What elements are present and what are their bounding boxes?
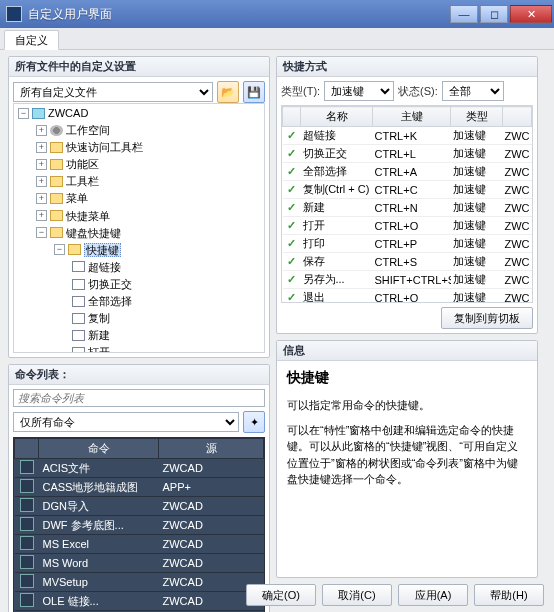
- check-icon: ✓: [287, 219, 296, 231]
- tree-toggle[interactable]: −: [36, 227, 47, 238]
- tree-item[interactable]: 复制: [88, 312, 110, 324]
- table-row[interactable]: ✓打开CTRL+O加速键ZWC: [283, 217, 532, 235]
- check-icon: ✓: [287, 129, 296, 141]
- col-type[interactable]: 类型: [451, 107, 503, 127]
- col-name[interactable]: 命令: [39, 439, 159, 459]
- maximize-button[interactable]: ◻: [480, 5, 508, 23]
- folder-icon: [50, 159, 63, 170]
- command-icon: [20, 593, 34, 607]
- info-text-2: 可以在“特性”窗格中创建和编辑选定命令的快捷键。可以从此窗格的“快捷键”视图、“…: [287, 422, 527, 488]
- tree-toggle[interactable]: +: [36, 159, 47, 170]
- command-filter-dropdown[interactable]: 仅所有命令: [13, 412, 239, 432]
- tree-item[interactable]: 新建: [88, 329, 110, 341]
- doc-icon: [72, 313, 85, 324]
- doc-icon: [72, 330, 85, 341]
- table-row[interactable]: ✓保存CTRL+S加速键ZWC: [283, 253, 532, 271]
- folder-icon: [50, 193, 63, 204]
- keyboard-icon: [50, 227, 63, 238]
- tree-toggle[interactable]: +: [36, 125, 47, 136]
- tree-item[interactable]: 切换正交: [88, 278, 132, 290]
- table-row[interactable]: ✓复制(Ctrl + C)CTRL+C加速键ZWC: [283, 181, 532, 199]
- tree-item[interactable]: 超链接: [88, 261, 121, 273]
- table-row[interactable]: ✓退出CTRL+Q加速键ZWC: [283, 289, 532, 304]
- table-row[interactable]: DGN导入ZWCAD: [15, 497, 264, 516]
- folder-icon: 📂: [221, 86, 235, 99]
- folder-icon: [68, 244, 81, 255]
- info-heading: 快捷键: [287, 369, 527, 387]
- doc-icon: [72, 261, 85, 272]
- col-name[interactable]: 名称: [301, 107, 373, 127]
- command-icon: [20, 536, 34, 550]
- table-row[interactable]: MVSetupZWCAD: [15, 573, 264, 592]
- command-icon: [20, 574, 34, 588]
- command-icon: [20, 555, 34, 569]
- gear-icon: [50, 125, 63, 136]
- command-icon: [20, 479, 34, 493]
- apply-button[interactable]: 应用(A): [398, 584, 468, 606]
- table-row[interactable]: ✓打印CTRL+P加速键ZWC: [283, 235, 532, 253]
- doc-icon: [72, 347, 85, 353]
- tree-toggle[interactable]: −: [54, 244, 65, 255]
- command-list-title: 命令列表：: [9, 365, 269, 385]
- shortcut-panel-title: 快捷方式: [277, 57, 537, 77]
- command-filter-button[interactable]: ✦: [243, 411, 265, 433]
- window-title: 自定义用户界面: [28, 6, 448, 23]
- shortcut-panel: 快捷方式 类型(T): 加速键 状态(S): 全部 名称 主键: [276, 56, 538, 334]
- table-row[interactable]: ✓超链接CTRL+K加速键ZWC: [283, 127, 532, 145]
- type-dropdown[interactable]: 加速键: [324, 81, 394, 101]
- star-icon: ✦: [250, 416, 259, 429]
- settings-tree[interactable]: −ZWCAD +工作空间 +快速访问工具栏 +功能区 +工具栏 +菜单 +快捷菜…: [13, 103, 265, 353]
- tree-toggle[interactable]: −: [18, 108, 29, 119]
- table-row[interactable]: MS ExcelZWCAD: [15, 535, 264, 554]
- command-search-input[interactable]: [13, 389, 265, 407]
- table-row[interactable]: ✓切换正交CTRL+L加速键ZWC: [283, 145, 532, 163]
- titlebar: 自定义用户界面 — ◻ ✕: [0, 0, 554, 28]
- state-label: 状态(S):: [398, 84, 438, 99]
- col-icon[interactable]: [15, 439, 39, 459]
- cancel-button[interactable]: 取消(C): [322, 584, 392, 606]
- app-icon: [6, 6, 22, 22]
- table-row[interactable]: DWF 参考底图...ZWCAD: [15, 516, 264, 535]
- copy-to-clipboard-button[interactable]: 复制到剪切板: [441, 307, 533, 329]
- settings-file-dropdown[interactable]: 所有自定义文件: [13, 82, 213, 102]
- col-source[interactable]: 源: [159, 439, 264, 459]
- table-row[interactable]: CASS地形地籍成图APP+: [15, 478, 264, 497]
- ok-button[interactable]: 确定(O): [246, 584, 316, 606]
- settings-panel-title: 所有文件中的自定义设置: [9, 57, 269, 77]
- table-row[interactable]: MS WordZWCAD: [15, 554, 264, 573]
- command-list-panel: 命令列表： 仅所有命令 ✦ 命令 源 ACIS文件ZWCADCASS地形地籍成图…: [8, 364, 270, 612]
- command-table[interactable]: 命令 源 ACIS文件ZWCADCASS地形地籍成图APP+DGN导入ZWCAD…: [13, 437, 265, 612]
- close-button[interactable]: ✕: [510, 5, 552, 23]
- check-icon: ✓: [287, 291, 296, 303]
- save-file-button[interactable]: 💾: [243, 81, 265, 103]
- info-panel: 信息 快捷键 可以指定常用命令的快捷键。 可以在“特性”窗格中创建和编辑选定命令…: [276, 340, 538, 578]
- type-label: 类型(T):: [281, 84, 320, 99]
- help-button[interactable]: 帮助(H): [474, 584, 544, 606]
- tree-item[interactable]: 全部选择: [88, 295, 132, 307]
- tree-item[interactable]: 打开: [88, 346, 110, 353]
- open-file-button[interactable]: 📂: [217, 81, 239, 103]
- check-icon: ✓: [287, 147, 296, 159]
- tree-toggle[interactable]: +: [36, 176, 47, 187]
- table-row[interactable]: ✓全部选择CTRL+A加速键ZWC: [283, 163, 532, 181]
- col-key[interactable]: 主键: [373, 107, 451, 127]
- table-row[interactable]: ACIS文件ZWCAD: [15, 459, 264, 478]
- table-row[interactable]: OLE 链接...ZWCAD: [15, 592, 264, 611]
- check-icon: ✓: [287, 237, 296, 249]
- folder-icon: [50, 176, 63, 187]
- command-icon: [20, 498, 34, 512]
- tab-custom[interactable]: 自定义: [4, 30, 59, 50]
- settings-panel: 所有文件中的自定义设置 所有自定义文件 📂 💾 −ZWCAD +工作空间 +快速…: [8, 56, 270, 358]
- tree-toggle[interactable]: +: [36, 210, 47, 221]
- shortcut-table[interactable]: 名称 主键 类型 ✓超链接CTRL+K加速键ZWC✓切换正交CTRL+L加速键Z…: [281, 105, 533, 303]
- minimize-button[interactable]: —: [450, 5, 478, 23]
- check-icon: ✓: [287, 183, 296, 195]
- info-text-1: 可以指定常用命令的快捷键。: [287, 397, 527, 414]
- table-row[interactable]: ✓另存为...SHIFT+CTRL+S加速键ZWC: [283, 271, 532, 289]
- tree-toggle[interactable]: +: [36, 193, 47, 204]
- table-row[interactable]: ✓新建CTRL+N加速键ZWC: [283, 199, 532, 217]
- tree-toggle[interactable]: +: [36, 142, 47, 153]
- state-dropdown[interactable]: 全部: [442, 81, 504, 101]
- dialog-button-bar: 确定(O) 取消(C) 应用(A) 帮助(H): [246, 584, 544, 606]
- folder-icon: [50, 142, 63, 153]
